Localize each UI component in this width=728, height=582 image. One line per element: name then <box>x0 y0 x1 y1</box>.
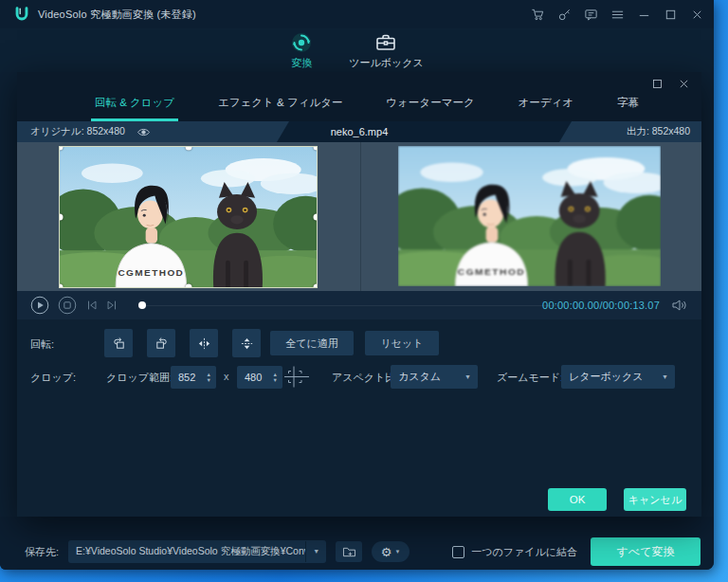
original-size-label: オリジナル: 852x480 <box>30 125 125 138</box>
minimize-icon[interactable] <box>637 8 651 22</box>
volume-icon[interactable] <box>671 299 688 312</box>
preview-info-strip: オリジナル: 852x480 出力: 852x480 neko_6.mp4 <box>17 121 701 142</box>
zoom-mode-label: ズームモード: <box>497 371 563 385</box>
eye-icon[interactable] <box>136 127 151 137</box>
chevron-down-icon: ▼ <box>458 367 478 388</box>
stop-button[interactable] <box>58 296 77 315</box>
titlebar: VideoSolo 究極動画変換 (未登録) <box>0 0 714 28</box>
toolbox-label: ツールボックス <box>349 56 424 70</box>
stepper-arrows-icon[interactable]: ▲▼ <box>273 373 282 383</box>
flip-horizontal-button[interactable] <box>190 329 218 357</box>
crop-range-label: クロップ範囲: <box>106 371 173 385</box>
convert-label: 変換 <box>291 56 312 70</box>
original-size-badge: オリジナル: 852x480 <box>17 121 289 142</box>
dialog-maximize-icon[interactable] <box>651 78 664 90</box>
seek-track[interactable] <box>140 305 559 306</box>
zoom-mode-value: レターボックス <box>561 370 655 384</box>
next-frame-button[interactable] <box>105 299 118 312</box>
convert-icon <box>290 31 313 54</box>
original-preview-crop-box[interactable] <box>59 146 318 288</box>
ok-button[interactable]: OK <box>548 488 607 511</box>
dialog-close-icon[interactable] <box>678 78 690 90</box>
tab-rotate-crop[interactable]: 回転 & クロップ <box>91 96 178 121</box>
app-logo-icon <box>13 6 30 23</box>
tab-toolbox[interactable]: ツールボックス <box>349 31 424 70</box>
seek-thumb[interactable] <box>138 301 146 309</box>
menu-icon[interactable] <box>610 8 625 22</box>
crop-height-value: 480 <box>237 372 273 383</box>
tab-effect-filter[interactable]: エフェクト & フィルター <box>214 96 347 121</box>
preview-area <box>17 142 701 291</box>
toolbox-icon <box>374 31 397 54</box>
reset-button[interactable]: リセット <box>365 331 439 355</box>
crop-position-crosshair-icon[interactable] <box>282 364 311 390</box>
flip-vertical-button[interactable] <box>232 329 261 357</box>
merge-checkbox[interactable] <box>452 546 464 558</box>
feedback-icon[interactable] <box>584 8 598 22</box>
save-path-value: E:¥VideoSolo Studio¥VideoSolo 究極動画変換¥Con… <box>68 545 305 558</box>
save-destination-label: 保存先: <box>25 545 59 559</box>
gear-icon: ⚙ <box>381 546 392 558</box>
main-nav: 変換 ツールボックス <box>0 28 714 72</box>
rotate-right-button[interactable] <box>147 329 175 357</box>
desktop-background: VideoSolo 究極動画変換 (未登録) <box>0 0 728 582</box>
titlebar-actions <box>531 8 704 22</box>
bottom-bar: 保存先: E:¥VideoSolo Studio¥VideoSolo 究極動画変… <box>0 517 714 570</box>
dialog-tabs: 回転 & クロップ エフェクト & フィルター ウォーターマーク オーディオ 字… <box>17 96 701 121</box>
output-preview-image <box>398 146 661 286</box>
crop-handle-bottom-center[interactable] <box>185 284 191 289</box>
multiply-sign: x <box>224 371 229 382</box>
cart-icon[interactable] <box>531 8 545 22</box>
chevron-down-icon: ▼ <box>655 367 675 388</box>
app-title: VideoSolo 究極動画変換 (未登録) <box>38 8 196 22</box>
playback-time: 00:00:00.00/00:00:13.07 <box>542 291 660 319</box>
folder-icon <box>342 546 356 558</box>
app-window: VideoSolo 究極動画変換 (未登録) <box>0 0 714 570</box>
convert-all-button[interactable]: すべて変換 <box>591 537 701 566</box>
maximize-icon[interactable] <box>664 8 678 22</box>
cancel-button[interactable]: キャンセル <box>624 488 686 511</box>
tab-convert[interactable]: 変換 <box>290 31 313 70</box>
merge-label[interactable]: 一つのファイルに結合 <box>471 545 577 559</box>
preview-divider <box>360 142 361 291</box>
tab-subtitle[interactable]: 字幕 <box>613 96 643 121</box>
crop-handle-top-right[interactable] <box>314 146 318 151</box>
crop-width-value: 852 <box>171 372 207 383</box>
open-folder-button[interactable] <box>336 541 362 562</box>
output-preview <box>398 146 661 286</box>
aspect-ratio-select[interactable]: カスタム ▼ <box>391 365 478 389</box>
crop-handle-middle-right[interactable] <box>314 214 318 221</box>
tab-watermark[interactable]: ウォーターマーク <box>382 96 478 121</box>
rotate-label: 回転: <box>30 337 54 352</box>
original-preview-image <box>60 147 317 287</box>
apply-all-button[interactable]: 全てに適用 <box>270 331 354 355</box>
crop-label: クロップ: <box>30 371 76 385</box>
tab-audio[interactable]: オーディオ <box>515 96 578 121</box>
dialog-header: 回転 & クロップ エフェクト & フィルター ウォーターマーク オーディオ 字… <box>17 72 701 121</box>
register-key-icon[interactable] <box>557 8 572 22</box>
close-icon[interactable] <box>690 8 704 22</box>
output-size-badge: 出力: 852x480 <box>559 121 701 142</box>
crop-handle-bottom-right[interactable] <box>314 284 318 289</box>
controls-panel: 回転: 全てに適用 リセット クロップ: クロップ範囲: <box>17 319 701 517</box>
save-path-select[interactable]: E:¥VideoSolo Studio¥VideoSolo 究極動画変換¥Con… <box>68 540 326 563</box>
aspect-ratio-value: カスタム <box>391 370 458 384</box>
chevron-down-icon[interactable]: ▼ <box>305 541 326 562</box>
playback-bar: 00:00:00.00/00:00:13.07 <box>17 291 701 319</box>
rotate-left-button[interactable] <box>104 329 133 357</box>
zoom-mode-select[interactable]: レターボックス ▼ <box>561 365 675 389</box>
previous-frame-button[interactable] <box>85 299 99 312</box>
crop-height-stepper[interactable]: 480 ▲▼ <box>237 366 282 389</box>
aspect-ratio-label: アスペクト比: <box>332 371 398 385</box>
crop-handle-bottom-left[interactable] <box>59 284 64 289</box>
chevron-down-icon: ▼ <box>394 549 400 555</box>
stepper-arrows-icon[interactable]: ▲▼ <box>207 373 216 383</box>
crop-width-stepper[interactable]: 852 ▲▼ <box>171 366 216 389</box>
output-size-label: 出力: 852x480 <box>627 125 690 138</box>
play-button[interactable] <box>30 296 49 315</box>
rotate-crop-dialog: 回転 & クロップ エフェクト & フィルター ウォーターマーク オーディオ 字… <box>17 72 701 517</box>
settings-button[interactable]: ⚙ ▼ <box>372 541 410 562</box>
